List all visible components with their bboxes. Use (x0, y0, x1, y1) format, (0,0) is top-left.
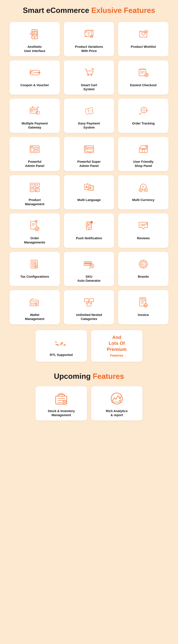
label-product-management: ProductManagement (25, 198, 44, 206)
feature-easiest-checkout: Easiest Checkout (118, 60, 168, 94)
label-order-tracking: Order Tracking (132, 122, 155, 126)
icon-product-variations: $ (81, 26, 97, 42)
svg-point-81 (35, 220, 37, 222)
label-reviews: Reviews (137, 236, 150, 240)
svg-rect-39 (34, 150, 38, 152)
icon-stock-inventory (53, 390, 69, 406)
feature-order-tracking: Order Tracking (118, 98, 168, 133)
feature-multiple-payment: Multiple PaymentGateway (10, 98, 60, 133)
icon-smart-cart (81, 65, 97, 80)
svg-rect-47 (86, 148, 87, 150)
label-brands: Brands (138, 275, 149, 279)
icon-shop-panel (136, 141, 151, 157)
feature-rtl: ع م RTL Supported (36, 330, 87, 362)
svg-text:$: $ (144, 305, 145, 306)
label-aesthetic-ui: AestheticUser Interface (24, 45, 45, 53)
svg-rect-7 (35, 34, 36, 35)
svg-rect-57 (30, 188, 34, 192)
svg-rect-6 (33, 34, 34, 35)
svg-text:COUPON: COUPON (34, 72, 40, 74)
svg-text:A: A (89, 186, 91, 190)
icon-nested-categories (81, 294, 97, 310)
svg-text:$: $ (91, 36, 92, 38)
svg-point-138 (119, 398, 120, 399)
feature-reviews: Reviews (118, 214, 168, 248)
svg-text:$: $ (140, 189, 141, 191)
svg-point-41 (32, 146, 32, 147)
icon-rtl: ع م (53, 334, 69, 350)
svg-point-118 (33, 303, 34, 304)
svg-point-12 (145, 30, 148, 33)
label-order-management: OrderManagements (24, 236, 45, 244)
feature-push-notification: ! Push Notification (64, 214, 114, 248)
icon-multiple-payment (27, 103, 42, 119)
svg-line-90 (146, 223, 147, 224)
feature-product-management: ProductManagement (10, 175, 60, 209)
label-sku-generator: SKUAuto Generator (77, 275, 100, 283)
icon-order-management (27, 218, 42, 234)
label-product-variations: Product VariationsWith Price (75, 45, 103, 53)
page-title: Smart eCommerce Exlusive Features (23, 6, 155, 15)
feature-super-admin: Powerful SuperAdmin Panel (64, 137, 114, 171)
svg-point-86 (90, 221, 93, 224)
feature-brands: B Brands (118, 252, 168, 286)
feature-smart-cart: Smart CartSystem (64, 60, 114, 94)
icon-rich-analytics (109, 390, 125, 406)
svg-rect-27 (31, 110, 33, 112)
icon-reviews (136, 218, 151, 234)
feature-multi-currency: ¥ $ € Multi Currency (118, 175, 168, 209)
feature-easy-payment: $ Easy PaymentSystem (64, 98, 114, 133)
upcoming-features-grid: Stock & InventoryManagement Rich Analyti… (36, 386, 142, 420)
svg-point-40 (31, 146, 31, 147)
upcoming-plain: Upcoming (54, 372, 93, 380)
label-product-wishlist: Product Wishlist (131, 45, 156, 49)
svg-point-33 (141, 107, 147, 113)
feature-sku-generator: SKUAuto Generator (64, 252, 114, 286)
feature-invoice: INVOICE $ Invoice (118, 290, 168, 324)
feature-wallet: WalletManagement (10, 290, 60, 324)
svg-text:$: $ (88, 110, 89, 112)
feature-product-wishlist: Product Wishlist (118, 22, 168, 56)
label-multiple-payment: Multiple PaymentGateway (22, 122, 48, 130)
icon-aesthetic-ui (27, 26, 42, 42)
svg-point-18 (88, 74, 89, 76)
label-rich-analytics: Rich Analytics& report (106, 409, 128, 417)
icon-wallet (27, 294, 42, 310)
icon-order-tracking (136, 103, 151, 119)
svg-point-2 (34, 37, 35, 38)
svg-point-51 (86, 146, 86, 147)
svg-point-137 (111, 393, 122, 404)
svg-text:A: A (85, 185, 88, 189)
label-nested-categories: Unlimited NestedCatagories (76, 313, 102, 321)
title-highlight: Exlusive Features (91, 6, 155, 14)
svg-point-84 (88, 228, 90, 229)
svg-text:ع: ع (56, 340, 57, 345)
feature-coupon-voucher: COUPON 20% Coupon & Voucher (10, 60, 60, 94)
features-grid: AestheticUser Interface $ Product Variat… (10, 22, 168, 324)
icon-invoice: INVOICE $ (136, 294, 151, 310)
svg-text:¥: ¥ (142, 186, 144, 188)
svg-text:20%: 20% (31, 71, 32, 72)
svg-point-88 (146, 223, 147, 225)
svg-point-54 (146, 145, 148, 148)
svg-text:TAX: TAX (33, 263, 36, 264)
label-shop-panel: User FriendlyShop Panel (133, 160, 154, 168)
feature-product-variations: $ Product VariationsWith Price (64, 22, 114, 56)
label-rtl: RTL Supported (50, 353, 73, 357)
feature-tax-config: TAX Tax Configurations (10, 252, 60, 286)
icon-sku-generator (81, 256, 97, 272)
icon-multi-currency: ¥ $ € (136, 180, 151, 195)
svg-point-108 (90, 264, 94, 268)
icon-product-wishlist (136, 26, 151, 42)
svg-rect-113 (30, 300, 38, 306)
svg-rect-119 (84, 298, 88, 302)
label-multi-currency: Multi Currency (132, 198, 154, 202)
svg-point-42 (32, 146, 33, 147)
icon-push-notification: ! (81, 218, 97, 234)
icon-multi-language: A A (81, 180, 97, 195)
svg-rect-120 (90, 298, 94, 302)
svg-rect-55 (30, 183, 34, 187)
feature-stock-inventory: Stock & InventoryManagement (36, 386, 87, 420)
feature-order-management: OrderManagements (10, 214, 60, 248)
svg-point-19 (91, 74, 92, 76)
